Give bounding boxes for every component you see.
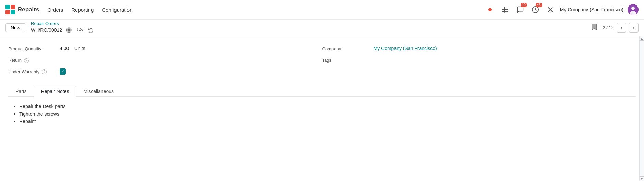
nav-right-area: 10 43 My Company (San Francisco) (485, 4, 639, 15)
cloud-upload-icon[interactable] (76, 26, 84, 34)
tab-repair-notes[interactable]: Repair Notes (34, 86, 76, 97)
settings-cog-icon[interactable] (65, 26, 73, 34)
under-warranty-help-icon[interactable]: ? (42, 69, 47, 74)
repair-note-item-3: Repaint (14, 119, 636, 124)
next-page-button[interactable]: › (629, 23, 639, 33)
tab-miscellaneous[interactable]: Miscellaneous (76, 86, 121, 97)
tags-row: Tags (322, 54, 636, 65)
company-label: Company (322, 46, 374, 51)
product-quantity-label: Product Quantity (8, 46, 60, 51)
nav-menu: Orders Reporting Configuration (47, 5, 132, 14)
pagination: 2 / 12 ‹ › (592, 23, 639, 33)
svg-point-13 (631, 7, 635, 10)
record-toolbar: New Repair Orders WH/RO/00012 (0, 20, 644, 36)
grid-icon (502, 6, 509, 13)
user-avatar[interactable] (628, 4, 639, 15)
nav-item-orders[interactable]: Orders (47, 5, 63, 14)
svg-rect-4 (502, 8, 508, 8)
app-brand: Repairs (18, 6, 39, 13)
svg-rect-7 (504, 7, 505, 13)
prev-page-button[interactable]: ‹ (617, 23, 626, 33)
product-quantity-value: 4.00 Units (60, 46, 85, 51)
svg-rect-2 (5, 10, 10, 14)
activity-badge: 43 (536, 3, 542, 7)
return-row: Return ? (8, 54, 322, 66)
repair-note-item-2: Tighten the screws (14, 111, 636, 117)
bookmark-icon[interactable] (592, 23, 597, 32)
svg-rect-0 (5, 5, 10, 9)
red-dot-icon (488, 8, 492, 11)
settings-button[interactable] (545, 4, 556, 15)
svg-rect-1 (11, 5, 15, 9)
status-indicator[interactable] (485, 4, 496, 15)
svg-rect-8 (506, 7, 506, 13)
tab-parts[interactable]: Parts (8, 86, 34, 97)
scrollbar: ▲ ▼ (639, 36, 644, 140)
tab-content-repair-notes: Repair the Desk parts Tighten the screws… (8, 97, 636, 133)
chat-badge: 10 (521, 3, 527, 7)
return-help-icon[interactable]: ? (24, 58, 29, 63)
svg-rect-6 (502, 11, 508, 12)
tab-bar: Parts Repair Notes Miscellaneous (8, 86, 636, 97)
new-button[interactable]: New (5, 23, 25, 32)
chat-button[interactable]: 10 (515, 4, 526, 15)
svg-rect-5 (502, 9, 508, 10)
under-warranty-row: Under Warranty ? (8, 66, 322, 77)
activity-button[interactable]: 43 (530, 4, 541, 15)
scroll-up-button[interactable]: ▲ (640, 36, 644, 41)
company-value[interactable]: My Company (San Francisco) (374, 46, 437, 51)
nav-item-reporting[interactable]: Reporting (71, 5, 94, 14)
company-name[interactable]: My Company (San Francisco) (560, 7, 623, 12)
svg-rect-3 (11, 10, 15, 14)
app-logo[interactable]: Repairs (5, 5, 39, 14)
form-right-column: Company My Company (San Francisco) Tags (322, 43, 636, 77)
page-indicator: 2 / 12 (603, 25, 614, 30)
repair-notes-list: Repair the Desk parts Tighten the screws… (8, 104, 636, 124)
form-fields: Product Quantity 4.00 Units Return ? Un (8, 43, 636, 77)
record-id: WH/RO/00012 (31, 27, 62, 33)
logo-icon (5, 5, 15, 14)
breadcrumb: Repair Orders WH/RO/00012 (31, 21, 95, 34)
apps-button[interactable] (500, 4, 511, 15)
breadcrumb-link[interactable]: Repair Orders (31, 21, 95, 26)
nav-item-configuration[interactable]: Configuration (102, 5, 132, 14)
avatar-icon (628, 4, 639, 15)
product-quantity-row: Product Quantity 4.00 Units (8, 43, 322, 54)
under-warranty-label: Under Warranty ? (8, 68, 60, 75)
tags-label: Tags (322, 57, 374, 63)
wrench-icon (547, 6, 554, 13)
form-left-column: Product Quantity 4.00 Units Return ? Un (8, 43, 322, 77)
company-row: Company My Company (San Francisco) (322, 43, 636, 54)
top-navigation: Repairs Orders Reporting Configuration (0, 0, 644, 20)
repair-note-item-1: Repair the Desk parts (14, 104, 636, 109)
refresh-icon[interactable] (87, 26, 95, 34)
main-content: Product Quantity 4.00 Units Return ? Un (0, 36, 644, 140)
under-warranty-checkbox[interactable] (60, 68, 66, 75)
svg-point-15 (68, 29, 70, 31)
svg-point-14 (630, 11, 636, 15)
return-label: Return ? (8, 57, 60, 63)
